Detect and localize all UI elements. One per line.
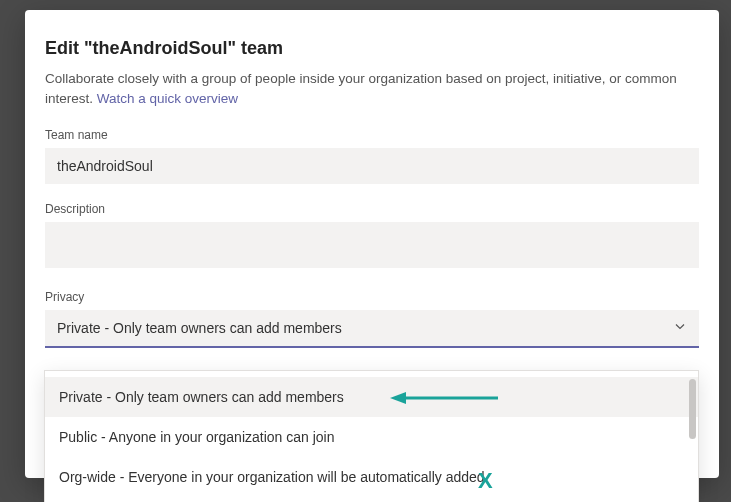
privacy-label: Privacy bbox=[45, 290, 699, 304]
team-name-input[interactable] bbox=[45, 148, 699, 184]
description-input[interactable] bbox=[45, 222, 699, 268]
privacy-select[interactable]: Private - Only team owners can add membe… bbox=[45, 310, 699, 348]
privacy-option-public[interactable]: Public - Anyone in your organization can… bbox=[45, 417, 698, 457]
dropdown-scrollbar[interactable] bbox=[689, 379, 696, 439]
dialog-description: Collaborate closely with a group of peop… bbox=[45, 69, 699, 108]
privacy-dropdown: Private - Only team owners can add membe… bbox=[44, 370, 699, 502]
watch-overview-link[interactable]: Watch a quick overview bbox=[97, 91, 238, 106]
chevron-down-icon bbox=[673, 320, 687, 337]
team-name-label: Team name bbox=[45, 128, 699, 142]
privacy-option-orgwide[interactable]: Org-wide - Everyone in your organization… bbox=[45, 457, 698, 497]
description-label: Description bbox=[45, 202, 699, 216]
privacy-option-private[interactable]: Private - Only team owners can add membe… bbox=[45, 377, 698, 417]
privacy-selected-value: Private - Only team owners can add membe… bbox=[57, 320, 342, 336]
dialog-title: Edit "theAndroidSoul" team bbox=[45, 38, 699, 59]
